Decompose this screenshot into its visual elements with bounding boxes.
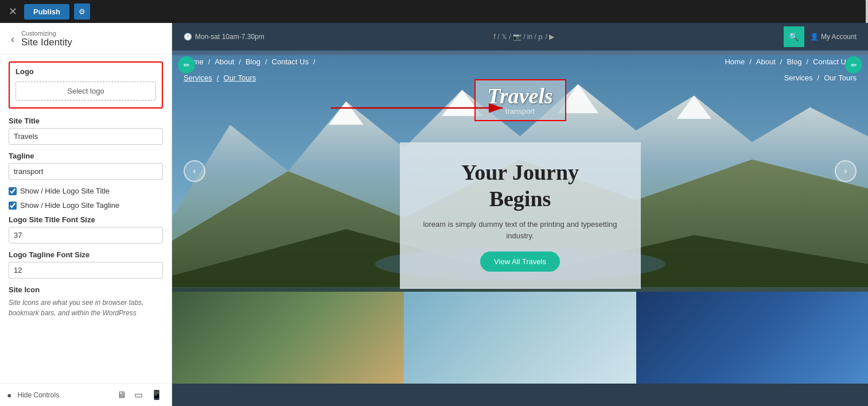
tablet-view-button[interactable]: ▭ [132, 388, 145, 401]
show-hide-title-checkbox[interactable] [9, 187, 17, 195]
topbar-schedule: 🕐 Mon-sat 10am-7.30pm [184, 33, 264, 41]
hide-controls-label: Hide Controls [17, 391, 59, 399]
site-icon-label: Site Icon [9, 285, 163, 294]
device-buttons: 🖥 ▭ 📱 [115, 388, 165, 401]
sidebar-content: Logo Select logo Site Title Tagline Show… [0, 55, 172, 383]
show-hide-tagline-row: Show / Hide Logo Site Tagline [9, 201, 163, 210]
edit-pencil-right[interactable]: ✏ [845, 56, 862, 74]
hero-section: ✏ Home / About / Blog / Contact Us / [172, 51, 868, 292]
sidebar: ‹ Customizing Site Identity Logo Select … [0, 23, 172, 406]
customizing-label: Customizing [21, 30, 72, 37]
slider-right-arrow[interactable]: › [835, 160, 857, 182]
top-bar: ✕ Publish ⚙ [0, 0, 868, 23]
logo-label: Logo [15, 67, 156, 76]
logo-tagline-font-size-group: Logo Tagline Font Size [9, 250, 163, 279]
site-icon-description: Site Icons are what you see in browser t… [9, 297, 163, 318]
sidebar-footer: ● Hide Controls 🖥 ▭ 📱 [0, 383, 172, 406]
logo-box: Travels transport [474, 79, 566, 121]
view-all-travels-button[interactable]: View All Travels [480, 252, 560, 272]
show-hide-title-checkbox-label[interactable]: Show / Hide Logo Site Title [20, 187, 110, 195]
mobile-view-button[interactable]: 📱 [149, 388, 165, 401]
account-label: My Account [821, 33, 857, 41]
slider-left-arrow[interactable]: ‹ [184, 160, 205, 182]
back-button[interactable]: ‹ [9, 32, 17, 47]
nav-overlay: Home / About / Blog / Contact Us / Home … [172, 51, 868, 73]
site-title-group: Site Title [9, 117, 163, 145]
hero-subtitle: loream is simply dummy text of the print… [423, 219, 618, 241]
desktop-view-button[interactable]: 🖥 [115, 388, 129, 401]
logo-tagline: transport [487, 107, 554, 115]
logo-tagline-font-size-label: Logo Tagline Font Size [9, 250, 163, 259]
sidebar-header: ‹ Customizing Site Identity [0, 23, 172, 55]
settings-button[interactable]: ⚙ [74, 3, 90, 20]
schedule-text: Mon-sat 10am-7.30pm [195, 33, 264, 41]
hide-controls-button[interactable]: Hide Controls [17, 391, 59, 399]
publish-button[interactable]: Publish [24, 4, 69, 20]
site-card-3 [636, 292, 868, 384]
preview-site: 🕐 Mon-sat 10am-7.30pm f / 𝕏 / 📷 / in / 𝕡… [172, 23, 868, 406]
tagline-group: Tagline [9, 152, 163, 180]
site-card-2 [404, 292, 636, 384]
social-links: f / 𝕏 / 📷 / in / 𝕡 / ▶ [494, 33, 555, 41]
select-logo-button[interactable]: Select logo [15, 82, 156, 100]
preview-area: 🕐 Mon-sat 10am-7.30pm f / 𝕏 / 📷 / in / 𝕡… [172, 23, 868, 406]
show-hide-title-row: Show / Hide Logo Site Title [9, 187, 163, 195]
site-title-label: Site Title [9, 117, 163, 125]
close-button[interactable]: ✕ [6, 5, 20, 18]
account-icon: 👤 [810, 33, 819, 41]
hide-controls-circle-icon: ● [7, 390, 11, 400]
nav-links-left: Home / About / Blog / Contact Us / [184, 57, 316, 66]
site-title-input[interactable] [9, 128, 163, 145]
show-hide-tagline-checkbox-label[interactable]: Show / Hide Logo Site Tagline [20, 201, 119, 210]
site-identity-label: Site Identity [21, 37, 72, 48]
site-cards [172, 292, 868, 384]
logo-title-font-size-input[interactable] [9, 227, 163, 243]
site-icon-section: Site Icon Site Icons are what you see in… [9, 285, 163, 318]
tagline-input[interactable] [9, 163, 163, 180]
topbar-right: 🔍 👤 My Account [784, 26, 857, 47]
edit-pencil-left[interactable]: ✏ [178, 56, 195, 74]
site-card-1 [172, 292, 404, 384]
hero-content: Your Journy Begins loream is simply dumm… [400, 142, 641, 289]
hero-title: Your Journy Begins [423, 160, 618, 212]
site-topbar: 🕐 Mon-sat 10am-7.30pm f / 𝕏 / 📷 / in / 𝕡… [172, 23, 868, 51]
nav-row2-left: Services / Our Tours [184, 74, 256, 82]
logo-title-font-size-group: Logo Site Title Font Size [9, 215, 163, 243]
clock-icon: 🕐 [184, 33, 192, 41]
nav-row2-right: Services / Our Tours [784, 74, 857, 82]
account-link[interactable]: 👤 My Account [810, 33, 857, 41]
show-hide-tagline-checkbox[interactable] [9, 202, 17, 210]
logo-title: Travels [487, 85, 554, 107]
logo-tagline-font-size-input[interactable] [9, 262, 163, 279]
search-button[interactable]: 🔍 [784, 26, 804, 47]
nav-links-right: Home / About / Blog / Contact Us / [725, 57, 857, 66]
main-layout: ‹ Customizing Site Identity Logo Select … [0, 23, 868, 406]
logo-title-font-size-label: Logo Site Title Font Size [9, 215, 163, 224]
tagline-label: Tagline [9, 152, 163, 160]
logo-section: Logo Select logo [9, 61, 163, 109]
sidebar-header-text: Customizing Site Identity [21, 30, 72, 48]
